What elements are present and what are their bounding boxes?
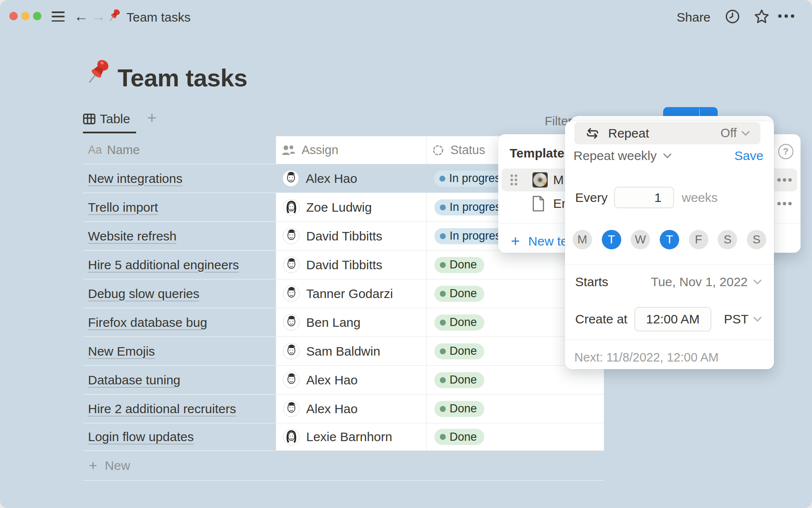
weekday-toggle[interactable]: S: [747, 230, 766, 249]
create-time-row: Create at 12:00 AM PST: [575, 307, 762, 331]
frequency-dropdown[interactable]: Repeat weekly: [573, 149, 657, 163]
template-document-icon: [532, 196, 545, 212]
status-label: In progress: [449, 172, 506, 185]
task-name-cell[interactable]: Debug slow queries: [83, 279, 276, 308]
back-button[interactable]: ←: [74, 8, 88, 24]
assignee-cell[interactable]: Tanner Godarzi: [276, 279, 426, 308]
save-button[interactable]: Save: [735, 149, 763, 163]
status-dot-icon: [440, 406, 446, 412]
more-options-icon[interactable]: [778, 9, 794, 23]
templates-popup-title: Templates: [510, 146, 571, 160]
task-name-cell[interactable]: New Emojis: [83, 337, 276, 366]
template-more-options-icon[interactable]: [777, 178, 792, 182]
assignee-avatar: [283, 372, 299, 388]
assignee-cell[interactable]: Zoe Ludwig: [276, 193, 426, 222]
start-date-dropdown[interactable]: Tue, Nov 1, 2022: [651, 275, 762, 289]
task-name-cell[interactable]: Hire 5 additional engineers: [83, 251, 276, 279]
tab-table[interactable]: Table: [83, 112, 130, 127]
task-name-cell[interactable]: Database tuning: [83, 366, 276, 395]
assignee-avatar: [283, 400, 299, 417]
assignee-cell[interactable]: Sam Baldwin: [276, 337, 426, 366]
add-row-button[interactable]: + New: [83, 451, 604, 480]
minimize-window-button[interactable]: [21, 12, 30, 20]
task-name-cell[interactable]: Firefox database bug: [83, 308, 276, 337]
status-cell[interactable]: Done: [426, 423, 604, 451]
status-badge: Done: [434, 315, 484, 331]
task-name-cell[interactable]: Trello import: [83, 193, 276, 222]
time-input[interactable]: 12:00 AM: [634, 307, 711, 331]
status-badge: Done: [434, 343, 484, 359]
weekday-toggle[interactable]: M: [573, 230, 592, 249]
chevron-down-icon: [753, 316, 762, 322]
window-titlebar: ← → Team tasks Share: [0, 0, 812, 31]
weekday-toggle[interactable]: T: [660, 230, 679, 249]
table-row: Login flow updatesLexie BarnhornDone: [83, 423, 604, 451]
favorite-star-icon[interactable]: [754, 9, 770, 26]
weekday-toggle[interactable]: W: [631, 230, 650, 249]
assignee-cell[interactable]: David Tibbitts: [276, 251, 426, 279]
timezone-dropdown[interactable]: PST: [724, 312, 762, 326]
assignee-name: Ben Lang: [306, 315, 360, 330]
close-window-button[interactable]: [9, 12, 18, 20]
page-icon-pushpin[interactable]: [86, 58, 112, 89]
drag-handle-icon[interactable]: [510, 174, 517, 185]
repeat-icon: [585, 127, 600, 140]
sidebar-menu-icon[interactable]: [52, 11, 65, 22]
assignee-cell[interactable]: Alex Hao: [276, 395, 426, 423]
task-name: New Emojis: [88, 344, 155, 359]
interval-row: Every 1 weeks: [575, 187, 608, 208]
task-name: Debug slow queries: [88, 287, 199, 301]
task-name-cell[interactable]: New integrations: [83, 164, 276, 193]
status-dot-icon: [440, 291, 446, 297]
status-cell[interactable]: Done: [426, 366, 604, 395]
table-row: Hire 2 additional recruitersAlex HaoDone: [83, 395, 604, 423]
repeat-state-dropdown[interactable]: Off: [721, 126, 750, 140]
table-row: Firefox database bugBen LangDone: [83, 308, 604, 337]
column-header-assign[interactable]: Assign: [276, 136, 426, 164]
repeat-menu-row[interactable]: Repeat Off: [574, 122, 760, 144]
plus-icon: +: [511, 232, 520, 250]
column-header-name[interactable]: Aa Name: [83, 136, 276, 164]
chevron-down-icon: [753, 279, 762, 285]
assignee-avatar: [283, 228, 299, 244]
timezone-value: PST: [724, 312, 749, 326]
status-dot-icon: [440, 262, 446, 268]
assignee-cell[interactable]: Alex Hao: [276, 366, 426, 395]
task-name: Database tuning: [88, 373, 181, 387]
assignee-avatar: [283, 257, 299, 273]
task-name-cell[interactable]: Website refresh: [83, 222, 276, 251]
task-name: Hire 2 additional recruiters: [88, 402, 236, 416]
help-icon[interactable]: ?: [778, 144, 793, 159]
task-name-cell[interactable]: Login flow updates: [83, 423, 276, 451]
forward-button[interactable]: →: [91, 8, 106, 24]
assignee-cell[interactable]: David Tibbitts: [276, 222, 426, 251]
status-dot-icon: [440, 233, 446, 239]
task-name-cell[interactable]: Hire 2 additional recruiters: [83, 395, 276, 423]
zoom-window-button[interactable]: [33, 12, 41, 20]
status-property-icon: [432, 144, 444, 157]
template-more-options-icon[interactable]: [777, 202, 792, 205]
assignee-name: Lexie Barnhorn: [306, 430, 392, 444]
interval-unit-label: weeks: [682, 190, 718, 205]
titlebar-page-title: Team tasks: [126, 10, 191, 25]
updates-clock-icon[interactable]: [725, 9, 740, 26]
status-cell[interactable]: Done: [426, 395, 604, 423]
weekday-toggle[interactable]: F: [689, 230, 708, 249]
status-dot-icon: [440, 348, 446, 354]
interval-input[interactable]: 1: [614, 187, 674, 208]
next-occurrence-text: Next: 11/8/2022, 12:00 AM: [574, 351, 719, 364]
table-view-icon: [83, 113, 96, 125]
weekday-toggle[interactable]: S: [718, 230, 737, 249]
weekday-toggle[interactable]: T: [602, 230, 621, 249]
assignee-cell[interactable]: Lexie Barnhorn: [276, 423, 426, 451]
assignee-cell[interactable]: Alex Hao: [276, 164, 426, 193]
add-view-button[interactable]: +: [147, 109, 156, 127]
assignee-cell[interactable]: Ben Lang: [276, 308, 426, 337]
share-button[interactable]: Share: [677, 10, 710, 25]
template-name: M: [553, 173, 564, 187]
status-label: Done: [450, 345, 477, 358]
status-badge: Done: [434, 401, 484, 417]
assignee-avatar: [283, 343, 299, 359]
repeat-state-value: Off: [721, 126, 737, 140]
assignee-name: Sam Baldwin: [306, 344, 380, 359]
